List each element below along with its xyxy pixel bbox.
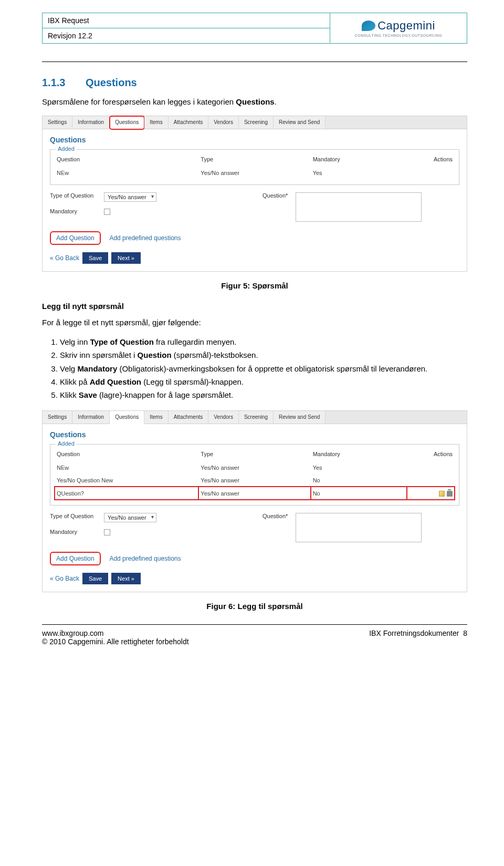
- mandatory-checkbox[interactable]: [104, 209, 110, 215]
- tab-items[interactable]: Items: [144, 411, 168, 424]
- tab-questions[interactable]: Questions: [110, 116, 144, 129]
- question-label: Question*: [262, 513, 294, 519]
- next-button[interactable]: Next »: [111, 252, 141, 264]
- cell-question: QUestion?: [55, 487, 198, 500]
- list-item: Velg Mandatory (Obligatorisk)-avmerkings…: [60, 363, 467, 375]
- question-label: Question*: [262, 192, 294, 199]
- cell-mandatory: No: [311, 487, 407, 500]
- list-item: Velg inn Type of Question fra rullegardi…: [60, 336, 467, 348]
- tab-questions[interactable]: Questions: [110, 411, 144, 424]
- cell-question: NEw: [55, 461, 198, 474]
- doc-title: IBX Request: [43, 13, 330, 28]
- edit-icon[interactable]: [439, 491, 445, 497]
- section-number: 1.1.3: [42, 77, 65, 88]
- divider: [42, 61, 467, 62]
- col-type: Type: [198, 153, 310, 167]
- col-type: Type: [198, 448, 310, 461]
- next-button[interactable]: Next »: [111, 573, 141, 584]
- logo-text: Capgemini: [377, 19, 435, 33]
- tab-attachments[interactable]: Attachments: [169, 116, 209, 129]
- cell-mandatory: Yes: [311, 461, 407, 474]
- mandatory-checkbox[interactable]: [104, 529, 110, 535]
- cell-question: Yes/No Question New: [55, 474, 198, 487]
- col-actions: Actions: [407, 448, 455, 461]
- figure-5-caption: Figur 5: Spørsmål: [42, 281, 467, 290]
- cell-type: Yes/No answer: [198, 474, 310, 487]
- tab-information[interactable]: Information: [72, 116, 110, 129]
- figure-6-caption: Figur 6: Legg til spørsmål: [42, 602, 467, 611]
- cell-actions: [407, 167, 455, 179]
- type-select[interactable]: Yes/No answer: [104, 192, 156, 202]
- cell-actions: [407, 474, 455, 487]
- add-predefined-link[interactable]: Add predefined questions: [109, 234, 181, 242]
- section-title: Questions: [86, 77, 137, 88]
- screenshot-2: SettingsInformationQuestionsItemsAttachm…: [42, 410, 467, 592]
- type-label: Type of Question: [50, 513, 102, 519]
- tab-vendors[interactable]: Vendors: [208, 116, 239, 129]
- mandatory-label: Mandatory: [50, 208, 102, 214]
- mandatory-label: Mandatory: [50, 529, 102, 535]
- fieldset-legend: Added: [56, 440, 77, 447]
- col-question: Question: [55, 153, 198, 167]
- col-question: Question: [55, 448, 198, 461]
- add-predefined-link[interactable]: Add predefined questions: [109, 555, 181, 562]
- add-question-button[interactable]: Add Question: [50, 231, 101, 245]
- cell-actions: [407, 461, 455, 474]
- add-question-button[interactable]: Add Question: [50, 552, 101, 565]
- tab-settings[interactable]: Settings: [43, 411, 72, 424]
- list-item: Klikk Save (lagre)-knappen for å lage sp…: [60, 389, 467, 401]
- doc-revision: Revisjon 12.2: [43, 28, 330, 43]
- screenshot-1: SettingsInformationQuestionsItemsAttachm…: [42, 116, 467, 272]
- spade-icon: [362, 20, 375, 31]
- type-select[interactable]: Yes/No answer: [104, 513, 156, 522]
- footer-copyright: © 2010 Capgemini. Alle rettigheter forbe…: [42, 637, 189, 646]
- table-row: NEwYes/No answerYes: [55, 461, 455, 474]
- capgemini-logo: Capgemini CONSULTING.TECHNOLOGY.OUTSOURC…: [355, 19, 442, 37]
- delete-icon[interactable]: [447, 491, 453, 497]
- tab-information[interactable]: Information: [72, 411, 110, 424]
- cell-type: Yes/No answer: [198, 167, 310, 179]
- table-row: NEwYes/No answerYes: [55, 167, 455, 179]
- tab-screening[interactable]: Screening: [239, 116, 274, 129]
- instruction-heading: Legg til nytt spørsmål: [42, 302, 467, 311]
- table-row: Yes/No Question NewYes/No answerNo: [55, 474, 455, 487]
- tab-vendors[interactable]: Vendors: [208, 411, 239, 424]
- col-mandatory: Mandatory: [311, 153, 407, 167]
- cell-mandatory: No: [311, 474, 407, 487]
- save-button[interactable]: Save: [82, 573, 108, 584]
- footer-page-number: 8: [463, 629, 467, 637]
- panel-title: Questions: [50, 136, 459, 144]
- footer-url: www.ibxgroup.com: [42, 629, 189, 637]
- question-textarea[interactable]: [296, 192, 422, 222]
- list-item: Klikk på Add Question (Legg til spørsmål…: [60, 376, 467, 388]
- panel-title: Questions: [50, 430, 459, 439]
- footer-divider: [42, 624, 467, 625]
- cell-type: Yes/No answer: [198, 487, 310, 500]
- cell-actions: [407, 487, 455, 500]
- question-textarea[interactable]: [296, 513, 422, 542]
- tab-review-and-send[interactable]: Review and Send: [274, 116, 326, 129]
- tab-items[interactable]: Items: [144, 116, 168, 129]
- section-heading: 1.1.3 Questions: [42, 77, 467, 89]
- instruction-lead: For å legge til et nytt spørsmål, gjør f…: [42, 317, 467, 329]
- cell-type: Yes/No answer: [198, 461, 310, 474]
- page-footer: www.ibxgroup.com © 2010 Capgemini. Alle …: [42, 629, 467, 646]
- instruction-list: Velg inn Type of Question fra rullegardi…: [60, 336, 467, 401]
- col-mandatory: Mandatory: [311, 448, 407, 461]
- tab-attachments[interactable]: Attachments: [169, 411, 209, 424]
- col-actions: Actions: [407, 153, 455, 167]
- list-item: Skriv inn spørsmålet i Question (spørsmå…: [60, 349, 467, 361]
- tab-settings[interactable]: Settings: [43, 116, 72, 129]
- footer-doc-label: IBX Forretningsdokumenter: [369, 629, 459, 637]
- logo-subtext: CONSULTING.TECHNOLOGY.OUTSOURCING: [355, 34, 442, 37]
- section-intro: Spørsmålene for forespørselen kan legges…: [42, 96, 467, 108]
- table-row: QUestion?Yes/No answerNo: [55, 487, 455, 500]
- type-label: Type of Question: [50, 192, 102, 199]
- page-header: IBX Request Revisjon 12.2 Capgemini CONS…: [42, 13, 467, 44]
- go-back-link[interactable]: « Go Back: [50, 575, 79, 582]
- fieldset-legend: Added: [56, 146, 77, 152]
- tab-review-and-send[interactable]: Review and Send: [274, 411, 326, 424]
- go-back-link[interactable]: « Go Back: [50, 254, 79, 262]
- save-button[interactable]: Save: [82, 252, 108, 264]
- tab-screening[interactable]: Screening: [239, 411, 274, 424]
